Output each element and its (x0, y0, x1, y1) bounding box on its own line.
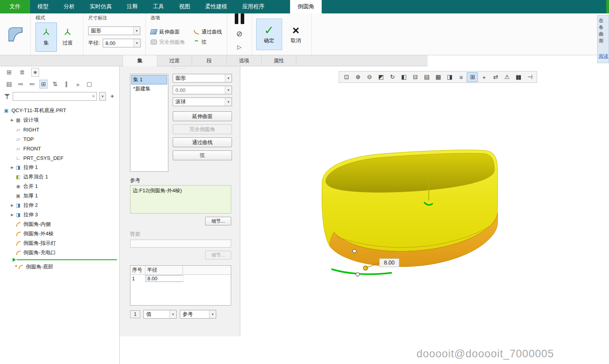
expand-arrow-icon[interactable]: ▶ (9, 165, 15, 169)
datum-display-icon[interactable]: ⊞ (467, 72, 478, 82)
tree-item[interactable]: ▱ RIGHT (0, 125, 119, 134)
tree-search-input[interactable] (13, 92, 96, 100)
tab-tools[interactable]: 工具 (145, 0, 172, 13)
tab-analysis[interactable]: 分析 (56, 0, 82, 13)
pause-icon[interactable] (234, 13, 245, 24)
tree-filters-icon[interactable]: ≔ (17, 80, 25, 88)
show-list-icon[interactable]: ▤ (5, 80, 13, 88)
chord-button[interactable]: 弦 (173, 150, 232, 160)
chevron-down-icon[interactable]: ▾ (133, 27, 140, 35)
expand-arrow-icon[interactable]: ▶ (9, 203, 15, 207)
grid-view-icon[interactable]: ⊞ (40, 80, 47, 88)
tree-item-root[interactable]: ▣ QCY-T11-耳机底座.PRT (0, 106, 119, 115)
transition-mode-button[interactable]: 过渡 (57, 23, 78, 52)
pause-icon[interactable]: ▮▮ (513, 72, 524, 82)
favorites-icon[interactable]: ∗ (31, 68, 39, 77)
overflow-chevron-icon[interactable]: » (74, 80, 82, 88)
tree-item[interactable]: 倒圆角-指示灯 (0, 238, 119, 248)
shape-select[interactable]: 圆形 ▾ (88, 26, 140, 35)
tree-item-active-feature[interactable]: * 倒圆角-底部 (0, 262, 119, 272)
collapse-all-icon[interactable]: ∥ (62, 80, 70, 88)
tab-annotate[interactable]: 注释 (119, 0, 145, 13)
tree-item[interactable]: ▣ 加厚 1 (0, 191, 119, 201)
add-filter-button[interactable]: + (108, 92, 116, 101)
tree-item[interactable]: 倒圆角-外4棱 (0, 229, 119, 238)
tab-flexible-modeling[interactable]: 柔性建模 (198, 0, 235, 13)
tree-item[interactable]: 倒圆角-充电口 (0, 248, 119, 257)
unattached-preview-icon[interactable]: ▷ (234, 43, 245, 51)
table-row[interactable]: 1 8.00 (130, 275, 231, 282)
set-list-item-new[interactable]: *新建集 (132, 84, 167, 93)
value-mode-select[interactable]: 值 ▾ (143, 310, 177, 319)
shading-style-icon[interactable]: ◧ (398, 72, 409, 82)
ok-button[interactable]: ✓ 确定 (256, 19, 282, 50)
layer-tree-icon[interactable]: ≣ (18, 68, 26, 77)
insertion-locator[interactable] (0, 257, 119, 262)
chevron-down-icon[interactable]: ▾ (134, 39, 140, 47)
expand-arrow-icon[interactable]: ▶ (9, 213, 15, 217)
tree-item[interactable]: ▶ ◨ 拉伸 2 (0, 201, 119, 210)
annotations-icon[interactable]: ≡ (455, 72, 466, 82)
tab-pieces[interactable]: 段 (192, 55, 227, 66)
section-icon[interactable]: ⊟ (409, 72, 420, 82)
tree-item[interactable]: ▱ TOP (0, 134, 119, 144)
tree-item[interactable]: ▶ ◨ 拉伸 3 (0, 210, 119, 220)
saved-views-icon[interactable]: ▤ (421, 72, 432, 82)
tree-item[interactable]: ▱ FRONT (0, 144, 119, 153)
model-viewport[interactable]: 8.00 (240, 66, 609, 364)
filter-funnel-icon[interactable] (4, 94, 10, 99)
tab-model[interactable]: 模型 (30, 0, 56, 13)
tab-round-context[interactable]: 倒圆角 (290, 0, 322, 13)
extend-surface-button[interactable]: 延伸曲面 (173, 111, 232, 121)
extend-surface-option[interactable]: 延伸曲面 (151, 28, 185, 36)
section-shape-select[interactable]: 圆形 ▾ (173, 74, 232, 83)
tree-item[interactable]: ∟ PRT_CSYS_DEF (0, 153, 119, 163)
warning-icon[interactable]: ⚠ (501, 72, 512, 82)
tree-item[interactable]: ◧ 边界混合 1 (0, 172, 119, 182)
model-tree-icon[interactable]: ⊞ (5, 68, 13, 77)
chevron-down-icon[interactable]: ▾ (170, 310, 176, 318)
view-manager-icon[interactable]: ▦ (432, 72, 443, 82)
details-button[interactable]: 细节... (205, 217, 231, 225)
spin-center-icon[interactable]: + (478, 72, 489, 82)
no-preview-icon[interactable]: ⊘ (236, 29, 243, 38)
radius-input[interactable]: 8.00 ▾ (103, 39, 141, 47)
panel-resize-handle[interactable]: ····· (120, 66, 240, 71)
tree-item[interactable]: ◉ 合并 1 (0, 182, 119, 191)
through-curve-option[interactable]: 通过曲线 (194, 28, 222, 36)
tab-view[interactable]: 视图 (172, 0, 198, 13)
tab-options[interactable]: 选项 (227, 55, 262, 66)
chevron-down-icon[interactable]: ▾ (225, 98, 232, 106)
refit-icon[interactable]: ◩ (375, 72, 386, 82)
references-collector[interactable]: 边:F12(倒圆角-外4棱) (130, 185, 231, 214)
radius-value-cell[interactable]: 8.00 (146, 275, 183, 282)
read-link[interactable]: 阅读 (599, 53, 608, 60)
repaint-icon[interactable]: ↻ (387, 72, 398, 82)
tab-sets[interactable]: 集 (123, 55, 157, 66)
search-options-dropdown[interactable]: ▾ (99, 92, 106, 101)
zoom-in-icon[interactable]: ⊕ (352, 72, 363, 82)
set-mode-button[interactable]: 集 (36, 23, 57, 52)
appearance-icon[interactable]: ◨ (444, 72, 455, 82)
tab-applications[interactable]: 应用程序 (235, 0, 272, 13)
tree-item[interactable]: ▶ ▦ 设计项 (0, 115, 119, 125)
sort-icon[interactable]: ⇅ (51, 80, 59, 88)
ref-mode-select[interactable]: 参考 ▾ (180, 310, 216, 319)
cancel-button[interactable]: × 取消 (285, 19, 307, 50)
tab-transitions[interactable]: 过渡 (157, 55, 192, 66)
zoom-window-icon[interactable]: ⊡ (341, 72, 352, 82)
tab-live-simulation[interactable]: 实时仿真 (82, 0, 119, 13)
secondary-value-field[interactable]: 0.00 ▾ (173, 86, 232, 94)
reference-item[interactable]: 边:F12(倒圆角-外4棱) (133, 188, 182, 193)
expand-arrow-icon[interactable]: ▶ (9, 118, 15, 122)
chevron-down-icon[interactable]: ▾ (209, 310, 216, 318)
file-menu-button[interactable]: 文件 (0, 0, 30, 13)
tab-properties[interactable]: 属性 (262, 55, 296, 66)
tree-item[interactable]: 倒圆角-内侧 (0, 220, 119, 229)
graphics-area[interactable]: ⊡ ⊕ ⊖ ◩ ↻ ◧ ⊟ ▤ ▦ ◨ ≡ ⊞ + ⇄ ⚠ ▮▮ ⊣ (240, 66, 609, 364)
clear-search-icon[interactable]: × (92, 93, 95, 99)
set-list-item[interactable]: 集 1 (132, 75, 167, 84)
creation-method-select[interactable]: 滚球 ▾ (173, 98, 232, 106)
tree-columns-icon[interactable]: ≕ (28, 80, 36, 88)
clipboard-icon[interactable]: ▢ (85, 80, 93, 88)
